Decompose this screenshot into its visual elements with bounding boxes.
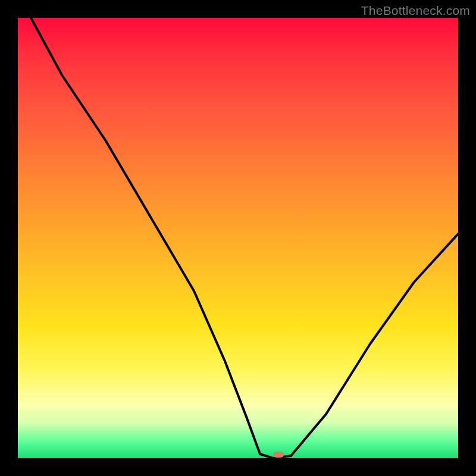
- minimum-marker: [273, 452, 284, 458]
- curve-path: [31, 18, 458, 458]
- watermark-text: TheBottleneck.com: [361, 4, 470, 18]
- plot-area: [18, 18, 458, 458]
- bottleneck-chart: TheBottleneck.com: [0, 0, 476, 476]
- bottleneck-curve: [18, 18, 458, 458]
